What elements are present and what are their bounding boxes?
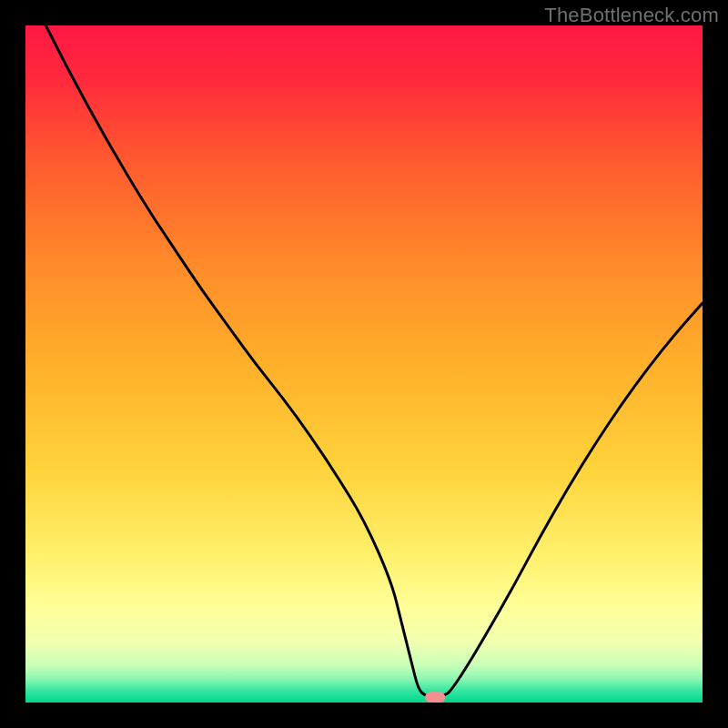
plot-area [25, 25, 703, 703]
gradient-background [25, 25, 703, 703]
watermark-text: TheBottleneck.com [544, 4, 719, 27]
chart-frame: TheBottleneck.com [0, 0, 728, 728]
chart-svg [25, 25, 703, 703]
optimum-marker [425, 692, 445, 703]
